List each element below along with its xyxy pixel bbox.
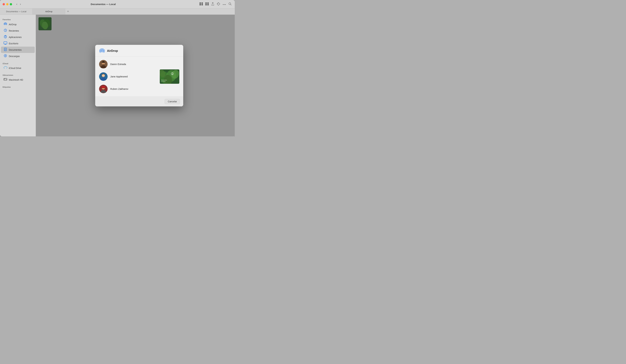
hd-icon — [3, 78, 7, 82]
svg-point-10 — [224, 4, 225, 5]
avatar-ruben — [99, 85, 108, 93]
sidebar-item-documentos[interactable]: Documentos — [1, 47, 35, 53]
person-avatar-ruben — [99, 85, 108, 93]
tab-documentos-local[interactable]: Documentos — Local — [0, 8, 33, 14]
sidebar-label: Documentos — [9, 49, 22, 51]
contact-row-ruben[interactable]: Ruben Zakharov — [95, 83, 183, 95]
tab-label: Documentos — Local — [6, 10, 26, 13]
share-icon — [211, 2, 214, 5]
svg-point-20 — [6, 79, 7, 80]
section-label-ubicaciones: Ubicaciones — [0, 73, 36, 77]
more-button[interactable] — [222, 2, 227, 6]
search-icon — [229, 2, 232, 5]
contact-name-ruben: Ruben Zakharov — [110, 87, 128, 90]
svg-rect-6 — [205, 4, 207, 5]
contact-name-daren: Daren Estrada — [110, 63, 126, 66]
search-button[interactable] — [228, 2, 232, 7]
section-label-favoritos: Favoritos — [0, 17, 36, 21]
svg-rect-29 — [102, 61, 104, 63]
tag-button[interactable] — [216, 2, 221, 7]
sidebar: Favoritos AirDrop — [0, 15, 36, 136]
sidebar-item-airdrop[interactable]: AirDrop — [1, 21, 35, 28]
contact-row-daren[interactable]: Daren Estrada — [95, 58, 183, 70]
airdrop-modal: AirDrop — [95, 45, 183, 107]
svg-rect-2 — [199, 4, 201, 5]
tag-icon — [217, 2, 220, 5]
window-title: Documentos — Local — [7, 3, 199, 5]
sidebar-item-escritorio[interactable]: Escritorio — [1, 40, 35, 47]
grid-icon — [199, 2, 203, 5]
contact-name-jane: Jane Appleseed — [110, 75, 128, 78]
svg-rect-7 — [207, 4, 209, 5]
person-avatar-daren — [99, 60, 108, 69]
preview-svg: Introduction to Plants — [160, 70, 179, 84]
section-label-icloud: iCloud — [0, 61, 36, 65]
section-label-etiquetas: Etiquetas — [0, 85, 36, 89]
sidebar-item-recientes[interactable]: Recientes — [1, 28, 35, 34]
airdrop-sidebar-icon — [3, 22, 7, 27]
escritorio-icon — [3, 41, 7, 46]
sidebar-item-macintosh-hd[interactable]: Macintosh HD — [1, 77, 35, 83]
titlebar: ‹ › Documentos — Local — [0, 0, 235, 8]
sidebar-label: Descargas — [9, 55, 20, 58]
toolbar-actions — [199, 2, 232, 7]
sidebar-label: Aplicaciones — [9, 36, 22, 38]
sidebar-item-aplicaciones[interactable]: Aplicaciones — [1, 34, 35, 40]
grid-sort-icon — [205, 2, 209, 5]
sidebar-label: AirDrop — [9, 23, 16, 26]
group-button[interactable] — [205, 2, 209, 7]
recientes-icon — [3, 29, 7, 33]
sidebar-label: Recientes — [9, 30, 19, 32]
tabbar: Documentos — Local AirDrop + — [0, 8, 235, 15]
icloud-icon — [3, 66, 7, 70]
svg-point-19 — [6, 79, 6, 80]
svg-text:Introduction: Introduction — [161, 79, 167, 81]
svg-rect-1 — [201, 2, 203, 4]
svg-rect-3 — [201, 4, 203, 5]
svg-rect-0 — [199, 2, 201, 4]
avatar-jane — [99, 72, 108, 81]
svg-rect-15 — [4, 42, 7, 44]
tab-airdrop[interactable]: AirDrop — [33, 8, 65, 14]
documentos-icon — [3, 48, 7, 52]
avatar-daren — [99, 60, 108, 69]
svg-point-8 — [218, 3, 218, 3]
sidebar-label: iCloud Drive — [9, 67, 21, 70]
main-content: Favoritos AirDrop — [0, 15, 235, 136]
tab-label-airdrop: AirDrop — [45, 10, 52, 13]
modal-header: AirDrop — [95, 45, 183, 57]
sidebar-item-descargas[interactable]: Descargas — [1, 53, 35, 59]
finder-content: AirDrop — [36, 15, 235, 136]
svg-rect-16 — [4, 48, 6, 51]
tab-add-icon: + — [67, 10, 69, 13]
sidebar-item-icloud-drive[interactable]: iCloud Drive — [1, 65, 35, 71]
svg-rect-36 — [101, 87, 105, 88]
svg-rect-5 — [207, 2, 209, 4]
close-button[interactable] — [2, 3, 5, 5]
svg-point-25 — [101, 50, 103, 52]
modal-title: AirDrop — [107, 49, 118, 53]
share-button[interactable] — [211, 2, 215, 7]
ellipsis-icon — [223, 4, 226, 5]
aplicaciones-icon — [3, 35, 7, 39]
svg-point-9 — [223, 4, 224, 5]
finder-window: ‹ › Documentos — Local — [0, 0, 235, 136]
person-avatar-jane — [99, 72, 108, 81]
view-toggle-button[interactable] — [199, 2, 203, 7]
sidebar-label: Escritorio — [9, 42, 18, 45]
file-preview-image: Introduction to Plants — [160, 70, 179, 84]
descargas-icon — [3, 54, 7, 58]
modal-body: Daren Estrada — [95, 57, 183, 96]
modal-footer: Cancelar — [95, 96, 183, 107]
airdrop-modal-icon — [99, 48, 105, 54]
tab-add-button[interactable]: + — [65, 8, 71, 14]
svg-rect-4 — [205, 2, 207, 4]
sidebar-label: Macintosh HD — [9, 78, 23, 81]
cancel-button[interactable]: Cancelar — [165, 99, 180, 104]
svg-point-11 — [225, 4, 226, 5]
svg-text:to Plants: to Plants — [161, 81, 166, 82]
